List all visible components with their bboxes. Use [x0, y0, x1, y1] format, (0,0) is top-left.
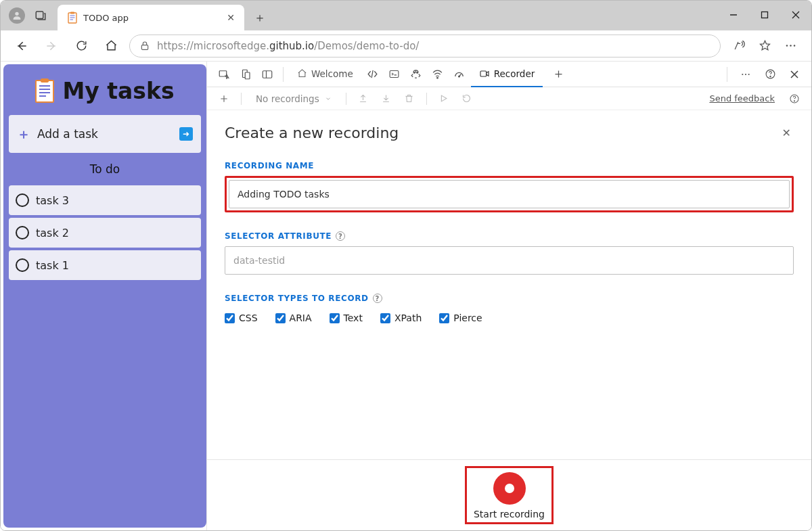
checkbox-xpath[interactable]: XPath [380, 313, 422, 323]
svg-point-24 [459, 76, 460, 77]
close-panel-icon[interactable]: ✕ [780, 124, 794, 142]
task-item[interactable]: task 3 [9, 185, 201, 215]
minimize-button[interactable] [718, 5, 749, 25]
task-item[interactable]: task 1 [9, 250, 201, 280]
home-button[interactable] [99, 34, 122, 57]
task-label: task 3 [36, 194, 69, 207]
svg-point-38 [794, 100, 794, 101]
url-text: https://microsoftedge.github.io/Demos/de… [157, 40, 419, 52]
new-tab-button[interactable]: ＋ [248, 6, 271, 29]
selector-attr-input[interactable] [225, 246, 794, 275]
refresh-button[interactable] [70, 34, 93, 57]
svg-rect-1 [36, 11, 43, 19]
site-lock-icon[interactable] [139, 41, 150, 51]
svg-point-28 [742, 73, 743, 74]
address-bar: https://microsoftedge.github.io/Demos/de… [1, 30, 811, 62]
start-recording-button[interactable]: Start recording [474, 472, 545, 520]
play-icon[interactable] [435, 90, 453, 108]
svg-point-22 [417, 72, 418, 74]
title-bar: TODO app ✕ ＋ [1, 1, 811, 30]
favorite-icon[interactable] [753, 34, 776, 57]
url-input[interactable]: https://microsoftedge.github.io/Demos/de… [129, 34, 721, 57]
checkbox-text[interactable]: Text [330, 313, 363, 323]
window-controls [718, 1, 811, 30]
close-tab-icon[interactable]: ✕ [224, 9, 238, 26]
maximize-button[interactable] [749, 5, 780, 25]
svg-point-30 [748, 73, 750, 74]
step-icon[interactable] [458, 90, 476, 108]
back-button[interactable] [10, 34, 33, 57]
svg-point-29 [745, 73, 746, 74]
devtools-more-icon[interactable] [736, 64, 756, 85]
svg-point-32 [769, 76, 770, 76]
task-label: task 2 [36, 227, 69, 239]
network-icon[interactable] [428, 64, 448, 85]
subbar-help-icon[interactable] [786, 90, 803, 108]
recording-name-input[interactable] [229, 180, 790, 208]
recorder-footer: Start recording [207, 459, 811, 530]
recordings-dropdown[interactable]: No recordings [250, 91, 338, 107]
add-task-label: Add a task [37, 127, 98, 141]
tab-welcome[interactable]: Welcome [289, 62, 361, 87]
svg-rect-3 [70, 12, 74, 14]
svg-point-14 [793, 45, 795, 47]
elements-icon[interactable] [363, 64, 383, 85]
selector-types-label: SELECTOR TYPES TO RECORD ? [225, 294, 794, 303]
tab-title: TODO app [83, 13, 219, 23]
start-recording-label: Start recording [474, 509, 545, 520]
svg-rect-18 [263, 70, 272, 78]
checkbox-css[interactable]: CSS [225, 313, 258, 323]
svg-rect-11 [141, 45, 148, 49]
forward-button[interactable] [40, 34, 63, 57]
inspect-icon[interactable] [214, 64, 234, 85]
task-label: task 1 [36, 259, 69, 272]
help-icon[interactable]: ? [336, 231, 345, 241]
recorder-heading: Create a new recording [225, 124, 399, 141]
task-item[interactable]: task 2 [9, 218, 201, 248]
devtools-close-icon[interactable] [784, 64, 805, 85]
workspaces-icon[interactable] [33, 8, 48, 23]
close-window-button[interactable] [780, 5, 811, 25]
svg-point-12 [786, 45, 788, 47]
help-icon[interactable]: ? [373, 294, 382, 303]
task-checkbox-icon[interactable] [16, 226, 29, 239]
record-icon [493, 472, 526, 505]
svg-rect-8 [762, 12, 768, 18]
tab-recorder[interactable]: Recorder [471, 62, 543, 87]
task-checkbox-icon[interactable] [16, 193, 29, 207]
checkbox-aria[interactable]: ARIA [275, 313, 312, 323]
task-checkbox-icon[interactable] [16, 258, 29, 272]
tab-favicon-icon [67, 11, 78, 24]
recording-name-highlight [225, 176, 794, 212]
new-recording-icon[interactable] [215, 90, 233, 108]
section-title: To do [9, 158, 201, 180]
svg-point-23 [437, 77, 438, 78]
plus-icon: ＋ [17, 125, 30, 143]
recording-name-label: RECORDING NAME [225, 161, 794, 170]
dock-icon[interactable] [257, 64, 277, 85]
add-tool-button[interactable] [548, 64, 568, 85]
svg-point-21 [414, 72, 415, 74]
browser-tab[interactable]: TODO app ✕ [58, 5, 244, 30]
read-aloud-icon[interactable] [727, 34, 750, 57]
svg-point-0 [15, 12, 18, 16]
sources-icon[interactable] [406, 64, 426, 85]
devtools-tabstrip: Welcome Recorder [207, 62, 811, 87]
devtools-help-icon[interactable] [760, 64, 780, 85]
performance-icon[interactable] [449, 64, 470, 85]
send-feedback-link[interactable]: Send feedback [709, 93, 775, 103]
export-icon[interactable] [355, 90, 372, 108]
recorder-subbar: No recordings [207, 87, 811, 110]
add-task-input[interactable]: ＋ Add a task ➜ [9, 115, 201, 153]
submit-arrow-icon[interactable]: ➜ [179, 127, 193, 141]
import-icon[interactable] [378, 90, 395, 108]
profile-icon[interactable] [9, 7, 25, 24]
checkbox-pierce[interactable]: Pierce [439, 313, 482, 323]
device-icon[interactable] [235, 64, 256, 85]
svg-rect-25 [480, 71, 487, 76]
devtools-panel: Welcome Recorder [206, 62, 811, 530]
menu-icon[interactable] [779, 34, 802, 57]
app-title: My tasks [9, 70, 201, 110]
delete-icon[interactable] [401, 90, 418, 108]
console-icon[interactable] [384, 64, 405, 85]
